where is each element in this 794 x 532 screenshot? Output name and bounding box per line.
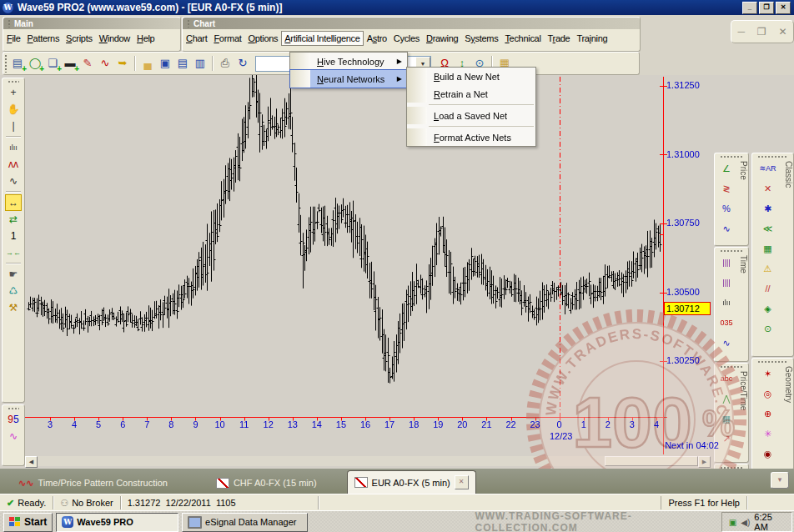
andrews-pitchfork-icon[interactable]: ≋AR [760, 159, 776, 178]
mdi-restore-button[interactable]: ❐ [757, 26, 766, 38]
retracement-icon[interactable]: ∠ [718, 159, 735, 178]
compress-bars-tool[interactable]: ılıı [5, 139, 22, 156]
grip-handle[interactable] [720, 365, 743, 369]
restore-button[interactable]: ❐ [759, 2, 774, 14]
menu-cycles[interactable]: Cycles [390, 31, 423, 46]
menu-artificial-intelligence[interactable]: Artificial Intelligence [281, 31, 363, 46]
grip-handle[interactable] [4, 54, 8, 73]
bar-width-tool[interactable]: ⇄ [5, 211, 22, 228]
text-label-icon[interactable]: abc [718, 369, 735, 388]
save-all-button[interactable]: ▥ [192, 55, 209, 72]
crosshair-tool[interactable]: + [5, 84, 22, 101]
taskbar-item-esignal[interactable]: eSignal Data Manager [182, 513, 308, 532]
print-button[interactable]: ⎙ [217, 55, 234, 72]
time-lines-icon[interactable]: |||| [718, 253, 735, 272]
cycle-curve-tool[interactable]: ∿ [5, 428, 22, 444]
grip-handle[interactable] [8, 407, 19, 410]
pattern-bars-tool[interactable]: ʌʌ [5, 156, 22, 173]
menu-item-neural-networks[interactable]: Neural Networks▶ [290, 70, 407, 88]
delete-tool[interactable]: ♺ [5, 283, 22, 299]
menu-item-hive-technology[interactable]: Hive Technology▶ [290, 53, 407, 70]
percent-icon[interactable]: % [718, 199, 735, 218]
menu-chart[interactable]: Chart [183, 31, 210, 46]
menu-patterns[interactable]: Patterns [24, 31, 63, 46]
alert-triangle-icon[interactable]: ⚠ [760, 259, 776, 278]
minimize-button[interactable]: _ [742, 2, 757, 14]
price-chart-canvas[interactable] [25, 75, 717, 469]
menu-window[interactable]: Window [96, 31, 133, 46]
menu-item-load-a-saved-net[interactable]: Load a Saved Net [407, 107, 535, 124]
snap-center-tool[interactable]: →← [5, 244, 22, 261]
parallel-lines-icon[interactable]: // [760, 279, 776, 298]
menu-trade[interactable]: Trade [545, 31, 574, 46]
menu-item-format-active-nets[interactable]: Format Active Nets [407, 128, 535, 146]
tab-time-price-pattern[interactable]: ∿∿ Time/Price Pattern Construction [12, 472, 174, 494]
bar-spacing-tool[interactable]: ↔ [5, 194, 22, 211]
menu-file[interactable]: File [3, 31, 24, 46]
bar-number-tool[interactable]: 1 [5, 228, 22, 244]
scrollbar-thumb[interactable] [605, 456, 698, 466]
menu-scripts[interactable]: Scripts [63, 31, 96, 46]
close-tab-icon[interactable]: ✕ [455, 475, 469, 489]
circles-icon[interactable]: ◎ [760, 384, 776, 403]
vector-icon[interactable]: ↗ [718, 429, 735, 448]
save-page-button[interactable]: ▤ [174, 55, 191, 72]
grip-handle[interactable] [757, 155, 788, 158]
save-button[interactable]: ▣ [157, 55, 173, 72]
time-counts-icon[interactable]: 035 [718, 314, 735, 332]
speaker-icon[interactable]: ◀) [741, 518, 750, 527]
drawing-tools-button[interactable]: ✎ [79, 55, 96, 72]
scroll-left-icon[interactable]: ◀ [25, 456, 38, 468]
ellipse-cross-icon[interactable]: ⊕ [760, 404, 776, 423]
tab-overflow-button[interactable]: ▾ [771, 472, 789, 489]
planet-search-icon[interactable]: ⊙ [760, 319, 776, 338]
gann-fan-icon[interactable]: ≪ [760, 219, 776, 238]
bullseye-icon[interactable]: ◉ [760, 444, 776, 463]
gann-95-tool[interactable]: 95 [5, 411, 22, 428]
menu-help[interactable]: Help [133, 31, 158, 46]
hint-button[interactable]: ➥ [114, 55, 131, 72]
network-icon[interactable]: ▣ [729, 518, 736, 527]
menu-training[interactable]: Training [573, 31, 611, 46]
menu-item-retrain-a-net[interactable]: Retrain a Net [407, 85, 535, 103]
crosshatch-icon[interactable]: ▦ [760, 239, 776, 258]
grip-handle[interactable] [720, 155, 743, 158]
start-button[interactable]: Start [3, 513, 53, 532]
grid-icon[interactable]: ▦ [718, 409, 735, 428]
menu-systems[interactable]: Systems [461, 31, 501, 46]
time-cycles-icon[interactable]: |||| [718, 274, 735, 292]
menu-drawing[interactable]: Drawing [423, 31, 461, 46]
chart-horizontal-scrollbar[interactable]: ◀ ▶ [25, 456, 711, 466]
pointer-tool[interactable]: ☛ [5, 266, 22, 283]
refresh-button[interactable]: ↻ [234, 55, 251, 72]
time-wave-icon[interactable]: ∿ [718, 334, 735, 352]
grip-handle[interactable] [720, 249, 743, 253]
menu-astro[interactable]: Astro [364, 31, 390, 46]
extension-icon[interactable]: ≷ [718, 179, 735, 198]
new-chart-button[interactable]: ▤+ [9, 55, 26, 72]
new-astro-chart-button[interactable]: ◯+ [27, 55, 43, 72]
main-toolbar-caption[interactable]: Main [3, 18, 180, 29]
menu-technical[interactable]: Technical [501, 31, 544, 46]
scroll-right-icon[interactable]: ▶ [698, 456, 711, 468]
bar-select-tool[interactable]: | [5, 118, 22, 134]
close-button[interactable]: ✕ [776, 2, 791, 14]
new-script-button[interactable]: ▬+ [62, 55, 78, 72]
new-pattern-button[interactable]: ❏+ [44, 55, 61, 72]
taskbar-item-wave59[interactable]: W Wave59 PRO [56, 513, 178, 532]
trend-channel-icon[interactable]: ⋀ [718, 389, 735, 408]
open-button[interactable]: ▄ [139, 55, 156, 72]
grip-handle[interactable] [187, 19, 190, 28]
spiral-icon[interactable]: ✳ [760, 424, 776, 443]
line-chart-button[interactable]: ∿ [97, 55, 113, 72]
star-pattern-icon[interactable]: ✱ [760, 199, 776, 218]
attractor-icon[interactable]: ✶ [760, 364, 776, 383]
menu-options[interactable]: Options [244, 31, 281, 46]
settings-wrench-tool[interactable]: ⚒ [5, 299, 22, 316]
pan-hand-tool[interactable]: ✋ [5, 101, 22, 118]
square-spiral-icon[interactable]: ◈ [760, 299, 776, 318]
mdi-close-button[interactable]: ✕ [778, 26, 786, 38]
tab-eur-a0-fx[interactable]: EUR A0-FX (5 min) ✕ [347, 470, 476, 494]
tab-chf-a0-fx[interactable]: CHF A0-FX (15 min) [209, 472, 324, 494]
grip-handle[interactable] [8, 19, 11, 28]
